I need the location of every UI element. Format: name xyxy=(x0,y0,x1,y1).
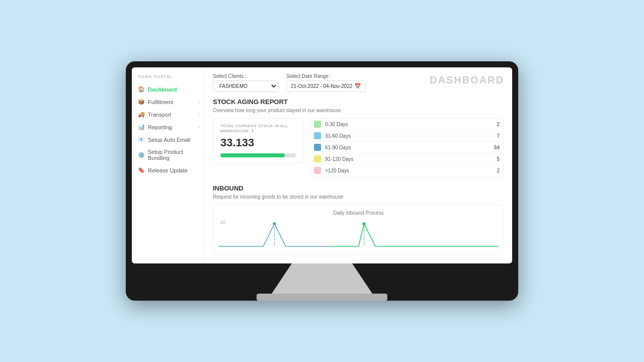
sidebar-label-fulfillment: Fulfillment xyxy=(148,99,173,105)
brand-label: POWS PORTAL xyxy=(132,72,204,83)
clients-filter: Select Clients : FASHDEMOCLIENT2CLIENT3 xyxy=(213,73,278,92)
arrow-icon-transport: › xyxy=(199,112,200,117)
sidebar-item-setup-auto-email[interactable]: 📧Setup Auto Email xyxy=(132,133,204,146)
sidebar-label-setup-product-bundling: Setup Product Bundling xyxy=(148,149,198,161)
chart-title: Daily Inbound Process xyxy=(218,210,499,216)
stock-aging-section: STOCK AGING REPORT Overview how long you… xyxy=(213,98,504,176)
svg-point-3 xyxy=(362,222,366,225)
legend-label: 31-60 Days xyxy=(325,133,490,139)
monitor: POWS PORTAL 🏠Dashboard📦Fulfillment›🚚Tran… xyxy=(126,61,518,301)
line-chart-svg xyxy=(218,219,499,249)
legend-color-swatch xyxy=(314,155,321,162)
inbound-subtitle: Request for incoming goods to be stored … xyxy=(213,194,504,200)
stock-aging-title: STOCK AGING REPORT xyxy=(213,98,504,106)
sidebar-label-transport: Transport xyxy=(148,112,172,118)
sidebar-item-reporting[interactable]: 📊Reporting› xyxy=(132,121,204,133)
legend-color-swatch xyxy=(314,144,321,151)
clients-select[interactable]: FASHDEMOCLIENT2CLIENT3 xyxy=(213,80,278,92)
date-filter: Select Date Range : 21-Oct-2022 - 04-Nov… xyxy=(286,73,366,92)
legend-color-swatch xyxy=(314,132,321,139)
setup-product-bundling-icon: ⚙️ xyxy=(138,152,145,158)
legend-row: 91-120 Days5 xyxy=(310,153,504,165)
inbound-title: INBOUND xyxy=(213,185,504,192)
date-label: Select Date Range : xyxy=(286,73,366,79)
inbound-section: INBOUND Request for incoming goods to be… xyxy=(213,185,504,255)
legend-value: 2 xyxy=(490,122,500,127)
legend-color-swatch xyxy=(314,167,321,174)
chart-y-label: 20 xyxy=(220,220,225,225)
progress-bar-fill xyxy=(220,153,285,157)
release-update-icon: 🔖 xyxy=(138,167,145,173)
sidebar-label-release-update: Release Update xyxy=(148,167,188,173)
stock-card-value: 33.133 xyxy=(220,136,296,149)
legend-value: 5 xyxy=(490,156,500,162)
setup-auto-email-icon: 📧 xyxy=(138,136,145,143)
fulfillment-icon: 📦 xyxy=(138,99,145,105)
legend-value: 2 xyxy=(490,168,500,173)
stock-aging-subtitle: Overview how long your product stayed in… xyxy=(213,108,504,113)
legend-row: 0-30 Days2 xyxy=(310,119,504,130)
sidebar-label-reporting: Reporting xyxy=(148,124,172,130)
inbound-chart: Daily Inbound Process 20 xyxy=(213,205,504,255)
screen: POWS PORTAL 🏠Dashboard📦Fulfillment›🚚Tran… xyxy=(132,67,512,263)
legend-row: 31-60 Days7 xyxy=(310,130,504,142)
sidebar-label-dashboard: Dashboard xyxy=(148,86,177,93)
date-range-input[interactable]: 21-Oct-2022 - 04-Nov-2022 📅 xyxy=(286,80,366,92)
sidebar-item-transport[interactable]: 🚚Transport› xyxy=(132,108,204,121)
legend-value: 64 xyxy=(490,145,500,150)
stock-content: TOTAL CURRENT STOCK IN ALL WAREHOUSE ℹ 3… xyxy=(213,118,504,176)
calendar-icon[interactable]: 📅 xyxy=(354,83,361,89)
svg-point-2 xyxy=(273,222,276,225)
stock-card-label: TOTAL CURRENT STOCK IN ALL WAREHOUSE ℹ xyxy=(220,124,296,133)
monitor-stand xyxy=(272,263,372,294)
sidebar-label-setup-auto-email: Setup Auto Email xyxy=(148,137,190,143)
clients-label: Select Clients : xyxy=(213,73,278,79)
legend-label: 61-90 Days xyxy=(325,145,490,150)
sidebar-item-fulfillment[interactable]: 📦Fulfillment› xyxy=(132,96,204,108)
sidebar-item-release-update[interactable]: 🔖Release Update xyxy=(132,164,204,176)
monitor-base xyxy=(257,294,387,301)
reporting-icon: 📊 xyxy=(138,124,145,130)
arrow-icon-fulfillment: › xyxy=(199,100,200,105)
main-content: DASHBOARD Select Clients : FASHDEMOCLIEN… xyxy=(205,67,512,263)
legend-label: >120 Days xyxy=(325,168,490,173)
chart-area: 20 xyxy=(218,219,499,254)
legend-label: 0-30 Days xyxy=(325,122,490,127)
arrow-icon-reporting: › xyxy=(199,125,200,130)
stock-card: TOTAL CURRENT STOCK IN ALL WAREHOUSE ℹ 3… xyxy=(213,118,303,163)
legend-color-swatch xyxy=(314,121,321,128)
legend-table: 0-30 Days231-60 Days761-90 Days6491-120 … xyxy=(309,118,504,176)
date-value: 21-Oct-2022 - 04-Nov-2022 xyxy=(291,83,352,89)
sidebar: POWS PORTAL 🏠Dashboard📦Fulfillment›🚚Tran… xyxy=(132,67,205,263)
legend-row: 61-90 Days64 xyxy=(310,142,504,153)
legend-label: 91-120 Days xyxy=(325,156,490,162)
progress-bar-bg xyxy=(220,153,296,157)
dashboard-icon: 🏠 xyxy=(138,86,145,93)
sidebar-item-dashboard[interactable]: 🏠Dashboard xyxy=(132,83,204,96)
legend-value: 7 xyxy=(490,133,500,139)
dashboard-title: DASHBOARD xyxy=(430,74,504,86)
legend-row: >120 Days2 xyxy=(310,165,504,176)
sidebar-item-setup-product-bundling[interactable]: ⚙️Setup Product Bundling xyxy=(132,146,204,164)
transport-icon: 🚚 xyxy=(138,111,145,118)
